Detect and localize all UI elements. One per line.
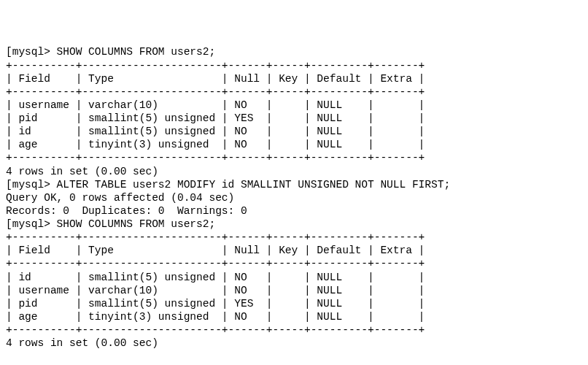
terminal-line: +----------+----------------------+-----…: [6, 151, 582, 164]
terminal-line: [mysql> ALTER TABLE users2 MODIFY id SMA…: [6, 178, 582, 191]
terminal-line: Records: 0 Duplicates: 0 Warnings: 0: [6, 204, 582, 218]
terminal-line: | id | smallint(5) unsigned | NO | | NUL…: [6, 271, 582, 284]
terminal-line: Query OK, 0 rows affected (0.04 sec): [6, 191, 582, 204]
terminal-line: 4 rows in set (0.00 sec): [6, 165, 582, 178]
terminal-line: +----------+----------------------+-----…: [6, 59, 582, 72]
terminal-line: +----------+----------------------+-----…: [6, 85, 582, 99]
terminal-line: [mysql> SHOW COLUMNS FROM users2;: [6, 218, 582, 231]
terminal-line: | age | tinyint(3) unsigned | NO | | NUL…: [6, 138, 582, 151]
terminal-line: | Field | Type | Null | Key | Default | …: [6, 244, 582, 257]
terminal-line: +----------+----------------------+-----…: [6, 323, 582, 337]
terminal-line: +----------+----------------------+-----…: [6, 257, 582, 270]
terminal-line: | username | varchar(10) | NO | | NULL |…: [6, 99, 582, 112]
terminal-line: +----------+----------------------+-----…: [6, 231, 582, 244]
terminal-line: | pid | smallint(5) unsigned | YES | | N…: [6, 112, 582, 125]
terminal-line: | username | varchar(10) | NO | | NULL |…: [6, 284, 582, 297]
terminal-line: | pid | smallint(5) unsigned | YES | | N…: [6, 297, 582, 310]
terminal-line: | id | smallint(5) unsigned | NO | | NUL…: [6, 125, 582, 138]
mysql-terminal: [mysql> SHOW COLUMNS FROM users2;+------…: [6, 45, 582, 350]
terminal-line: [mysql> SHOW COLUMNS FROM users2;: [6, 45, 582, 58]
terminal-line: 4 rows in set (0.00 sec): [6, 337, 582, 350]
terminal-line: | Field | Type | Null | Key | Default | …: [6, 72, 582, 85]
terminal-line: | age | tinyint(3) unsigned | NO | | NUL…: [6, 310, 582, 323]
